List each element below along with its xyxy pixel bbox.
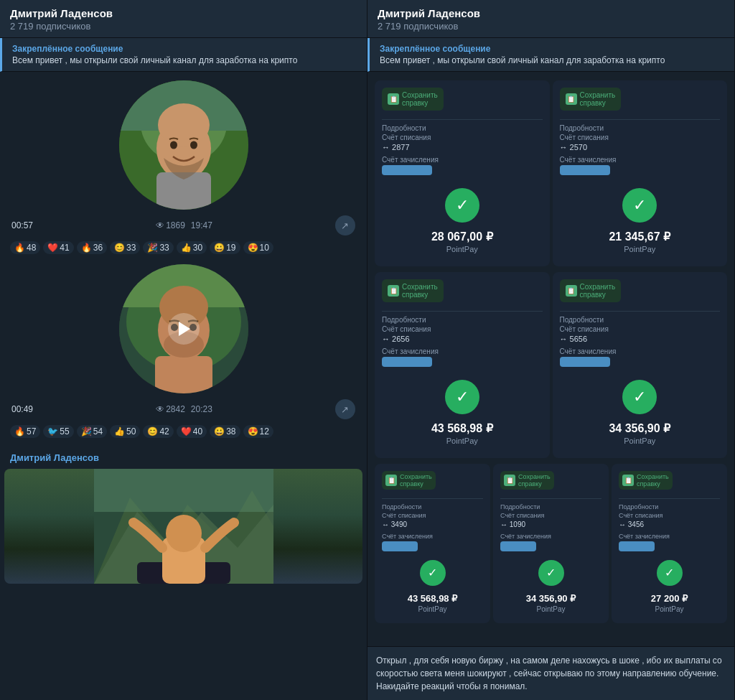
reaction-2-3[interactable]: 🎉 54 <box>77 425 107 438</box>
details-label-1: Подробности <box>382 124 543 132</box>
reaction-1-5[interactable]: 🎉 33 <box>143 241 173 254</box>
details-label-6: Подробности <box>500 503 601 510</box>
details-label-5: Подробности <box>382 503 483 510</box>
reaction-2-4[interactable]: 👍 50 <box>110 425 140 438</box>
divider-7 <box>619 498 720 499</box>
share-btn-2[interactable]: ↗ <box>335 399 355 419</box>
payment-grid-bottom: 📋 Сохранитьсправку Подробности Счёт спис… <box>372 461 730 626</box>
save-button-3[interactable]: 📋 Сохранитьсправку <box>382 279 444 302</box>
green-check-3: ✓ <box>445 380 479 414</box>
reaction-2-6[interactable]: ❤️ 40 <box>177 425 207 438</box>
save-label-4: Сохранитьсправку <box>580 283 616 299</box>
save-icon-3: 📋 <box>388 285 399 297</box>
payment-grid-mid: 📋 Сохранитьсправку Подробности Счёт спис… <box>372 269 730 461</box>
reaction-1-1[interactable]: 🔥 48 <box>10 241 40 254</box>
reaction-1-8[interactable]: 😍 10 <box>243 241 273 254</box>
save-label-1: Сохранитьсправку <box>402 91 438 107</box>
save-button-7[interactable]: 📋 Сохранитьсправку <box>619 471 673 490</box>
right-scroll-area[interactable]: 📋 Сохранитьсправку Подробности Счёт спис… <box>368 72 734 646</box>
acct-from-val-5: ↔ 3490 <box>382 521 483 528</box>
right-panel: Дмитрий Ладенсов 2 719 подписчиков Закре… <box>368 0 735 700</box>
svg-rect-20 <box>94 469 273 512</box>
save-label-7: Сохранитьсправку <box>637 473 669 487</box>
save-icon-6: 📋 <box>504 475 515 486</box>
check-mark-6: ✓ <box>546 567 556 579</box>
acct-from-val-3: ↔ 2656 <box>382 335 543 343</box>
views-2: 👁 2842 <box>156 404 185 414</box>
divider-3 <box>382 311 543 312</box>
video-circle-wrap-1[interactable] <box>4 80 362 210</box>
video-duration-2: 00:49 <box>11 404 33 414</box>
save-button-5[interactable]: 📋 Сохранитьсправку <box>382 471 436 490</box>
svg-point-6 <box>170 141 177 149</box>
video-duration-1: 00:57 <box>11 220 33 230</box>
acct-to-val-7 <box>619 541 655 551</box>
reaction-1-6[interactable]: 👍 30 <box>177 241 207 254</box>
reactions-1: 🔥 48 ❤️ 41 🔥 36 😊 33 🎉 33 👍 30 😀 19 😍 10 <box>4 238 362 257</box>
share-btn-1[interactable]: ↗ <box>335 215 355 235</box>
save-button-1[interactable]: 📋 Сохранитьсправку <box>382 88 444 111</box>
acct-from-label-3: Счёт списания <box>382 325 543 333</box>
amount-6: 34 356,90 ₽ <box>526 593 576 604</box>
acct-to-val-5 <box>382 541 418 551</box>
play-button-2[interactable] <box>168 313 200 345</box>
right-channel-header: Дмитрий Ладенсов 2 719 подписчиков <box>368 0 734 38</box>
save-button-6[interactable]: 📋 Сохранитьсправку <box>500 471 554 490</box>
video-meta-1: 00:57 👁 1869 19:47 ↗ <box>4 213 362 238</box>
green-check-5: ✓ <box>420 560 446 586</box>
acct-to-val-6 <box>500 541 536 551</box>
video-circle-2[interactable] <box>119 264 248 393</box>
acct-to-label-6: Счёт зачисления <box>500 533 601 540</box>
green-check-1: ✓ <box>445 188 479 223</box>
save-btn-row-6: 📋 Сохранитьсправку <box>500 471 601 490</box>
reaction-1-3[interactable]: 🔥 36 <box>77 241 107 254</box>
left-channel-header: Дмитрий Ладенсов 2 719 подписчиков <box>0 0 367 38</box>
acct-from-val-4: ↔ 5656 <box>560 335 721 343</box>
divider-1 <box>382 119 543 120</box>
reaction-2-7[interactable]: 😀 38 <box>210 425 240 438</box>
reaction-1-2[interactable]: ❤️ 41 <box>43 241 73 254</box>
divider-5 <box>382 498 483 499</box>
left-pinned-message: Закреплённое сообщение Всем привет , мы … <box>0 38 367 72</box>
payment-card-5: 📋 Сохранитьсправку Подробности Счёт спис… <box>375 464 490 623</box>
time-2: 20:23 <box>191 404 212 414</box>
pointpay-7: PointPay <box>655 605 683 613</box>
reaction-2-5[interactable]: 😊 42 <box>143 425 173 438</box>
save-btn-row-1: 📋 Сохранитьсправку <box>382 88 543 111</box>
reaction-1-7[interactable]: 😀 19 <box>210 241 240 254</box>
acct-to-val-1 <box>382 165 432 175</box>
acct-to-val-3 <box>382 357 432 367</box>
views-1: 👁 1869 <box>156 220 185 230</box>
success-circle-2: ✓ 21 345,67 ₽ PointPay <box>560 179 721 259</box>
reaction-2-2[interactable]: 🐦 55 <box>43 425 73 438</box>
video-circle-wrap-2[interactable] <box>4 264 362 393</box>
acct-to-label-2: Счёт зачисления <box>560 156 721 164</box>
green-check-4: ✓ <box>622 380 657 414</box>
payment-card-1: 📋 Сохранитьсправку Подробности Счёт спис… <box>375 80 550 266</box>
pointpay-5: PointPay <box>418 605 446 613</box>
pointpay-4: PointPay <box>624 437 655 445</box>
save-icon-2: 📋 <box>566 93 577 105</box>
success-circle-3: ✓ 43 568,98 ₽ PointPay <box>382 371 543 451</box>
sender-name: Дмитрий Ладенсов <box>4 448 362 466</box>
video-message-2: 00:49 👁 2842 20:23 ↗ 🔥 57 🐦 55 🎉 54 👍 50… <box>4 264 362 441</box>
payment-card-3: 📋 Сохранитьсправку Подробности Счёт спис… <box>375 272 550 458</box>
details-label-3: Подробности <box>382 316 543 324</box>
time-1: 19:47 <box>191 220 212 230</box>
right-channel-name: Дмитрий Ладенсов <box>378 7 724 19</box>
amount-4: 34 356,90 ₽ <box>609 421 670 435</box>
left-pinned-text: Всем привет , мы открыли свой личный кан… <box>12 55 357 65</box>
person-1-svg <box>119 80 248 210</box>
right-channel-subs: 2 719 подписчиков <box>378 21 724 32</box>
save-button-4[interactable]: 📋 Сохранитьсправку <box>560 279 622 302</box>
reaction-1-4[interactable]: 😊 33 <box>110 241 140 254</box>
reaction-2-1[interactable]: 🔥 57 <box>10 425 40 438</box>
video-circle-1[interactable] <box>119 80 248 210</box>
acct-from-label-7: Счёт списания <box>619 512 720 519</box>
left-scroll-area[interactable]: 00:57 👁 1869 19:47 ↗ 🔥 48 ❤️ 41 🔥 36 😊 3… <box>0 72 367 700</box>
save-label-2: Сохранитьсправку <box>580 91 616 107</box>
reaction-2-8[interactable]: 😍 12 <box>243 425 273 438</box>
save-button-2[interactable]: 📋 Сохранитьсправку <box>560 88 622 111</box>
left-panel: Дмитрий Ладенсов 2 719 подписчиков Закре… <box>0 0 368 700</box>
green-check-7: ✓ <box>657 560 683 586</box>
